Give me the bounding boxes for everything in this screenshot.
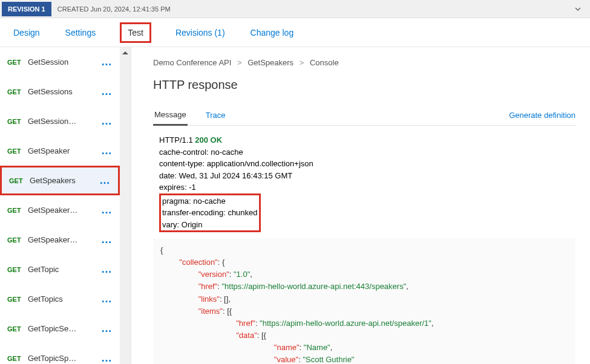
subtab-message[interactable]: Message <box>153 105 188 126</box>
op-gettopicsp…[interactable]: GETGetTopicSp…… <box>0 343 120 364</box>
op-name: GetTopicSe… <box>28 324 101 333</box>
op-gettopicse…[interactable]: GETGetTopicSe…… <box>0 314 120 343</box>
op-name: GetTopics <box>28 294 101 304</box>
op-method: GET <box>7 207 28 214</box>
op-name: GetSpeaker… <box>28 206 101 215</box>
op-name: GetTopicSp… <box>28 354 101 363</box>
tab-settings[interactable]: Settings <box>64 25 97 40</box>
generate-definition-link[interactable]: Generate definition <box>509 111 575 120</box>
ellipsis-icon[interactable]: … <box>99 174 111 187</box>
op-gettopic[interactable]: GETGetTopic… <box>0 255 120 284</box>
op-method: GET <box>7 266 28 273</box>
op-gettopics[interactable]: GETGetTopics… <box>0 284 120 314</box>
op-method: GET <box>9 177 30 184</box>
ellipsis-icon[interactable]: … <box>101 204 113 216</box>
tab-test[interactable]: Test <box>120 22 151 43</box>
crumb-console: Console <box>310 58 339 67</box>
op-method: GET <box>7 118 28 125</box>
op-getspeakers[interactable]: GETGetSpeakers… <box>0 166 120 195</box>
ellipsis-icon[interactable]: … <box>101 85 113 98</box>
op-name: GetTopic <box>28 265 101 274</box>
tab-design[interactable]: Design <box>12 25 41 40</box>
op-getspeaker…[interactable]: GETGetSpeaker…… <box>0 225 120 255</box>
op-method: GET <box>7 59 28 66</box>
breadcrumb: Demo Conference API > GetSpeakers > Cons… <box>153 58 575 67</box>
op-method: GET <box>7 236 28 244</box>
ellipsis-icon[interactable]: … <box>101 56 113 68</box>
crumb-api[interactable]: Demo Conference API <box>153 58 231 67</box>
ellipsis-icon[interactable]: … <box>101 322 113 335</box>
revision-meta: CREATED Jun 20, 2024, 12:41:35 PM <box>57 5 171 13</box>
op-getspeaker[interactable]: GETGetSpeaker… <box>0 136 120 166</box>
op-name: GetSession <box>28 57 101 67</box>
op-method: GET <box>7 325 28 333</box>
crumb-op[interactable]: GetSpeakers <box>247 58 293 67</box>
response-body: { "collection": { "version": "1.0", "hre… <box>153 238 575 364</box>
subtab-trace[interactable]: Trace <box>205 106 227 125</box>
op-name: GetSpeaker <box>28 146 101 155</box>
http-headers: HTTP/1.1 200 OK cache-control: no-cache … <box>153 126 575 232</box>
page-title: HTTP response <box>153 78 575 92</box>
main-tabs: Design Settings Test Revisions (1) Chang… <box>0 18 590 47</box>
chevron-down-icon[interactable] <box>574 5 582 13</box>
op-getsession[interactable]: GETGetSession… <box>0 47 120 77</box>
op-method: GET <box>7 148 28 155</box>
op-name: GetSpeakers <box>30 176 99 185</box>
ellipsis-icon[interactable]: … <box>101 263 113 276</box>
op-method: GET <box>7 296 28 303</box>
op-getsessions[interactable]: GETGetSessions… <box>0 77 120 106</box>
op-name: GetSpeaker… <box>28 235 101 244</box>
op-getspeaker…[interactable]: GETGetSpeaker…… <box>0 195 120 225</box>
op-name: GetSession… <box>28 117 101 126</box>
operations-sidebar: GETGetSession…GETGetSessions…GETGetSessi… <box>0 47 120 364</box>
ellipsis-icon[interactable]: … <box>101 233 113 246</box>
scroll-up-icon[interactable] <box>121 50 129 56</box>
ellipsis-icon[interactable]: … <box>101 145 113 157</box>
op-method: GET <box>7 88 28 96</box>
tab-changelog[interactable]: Change log <box>249 25 295 40</box>
ellipsis-icon[interactable]: … <box>101 115 113 128</box>
op-name: GetSessions <box>28 87 101 96</box>
op-getsession…[interactable]: GETGetSession…… <box>0 106 120 136</box>
op-method: GET <box>7 355 28 362</box>
tab-revisions[interactable]: Revisions (1) <box>174 25 226 40</box>
revision-badge[interactable]: REVISION 1 <box>2 2 51 16</box>
highlighted-headers: pragma: no-cache transfer-encoding: chun… <box>159 193 261 233</box>
scrollbar[interactable] <box>120 47 131 364</box>
ellipsis-icon[interactable]: … <box>101 293 113 305</box>
ellipsis-icon[interactable]: … <box>101 352 113 364</box>
